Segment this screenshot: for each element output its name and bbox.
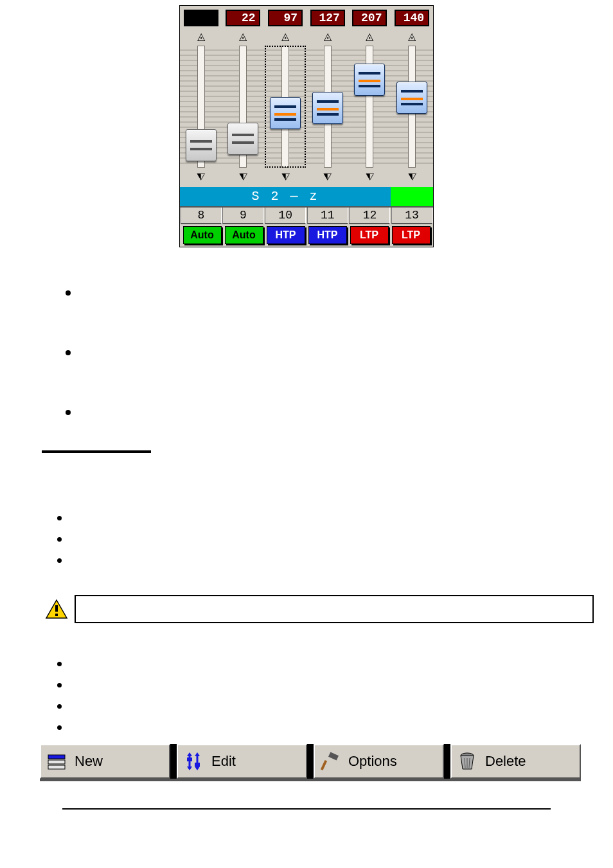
list-item — [70, 531, 613, 547]
fader-channel-number[interactable]: 13 — [391, 208, 432, 224]
new-icon — [46, 751, 67, 772]
svg-marker-12 — [195, 752, 200, 756]
fader-slider[interactable] — [222, 46, 263, 168]
fader-up-arrow-icon[interactable] — [193, 30, 209, 42]
list-item — [80, 402, 613, 421]
fader-slider[interactable] — [181, 46, 222, 168]
warning-box — [75, 595, 594, 623]
fader-down-arrow-icon[interactable] — [235, 172, 251, 183]
fader-knob[interactable] — [396, 82, 427, 114]
fader-value-row: 2297127207140 — [180, 6, 433, 26]
fader-knob[interactable] — [312, 92, 343, 124]
fader-mode-button[interactable]: Auto — [183, 226, 222, 244]
fader-knob[interactable] — [227, 123, 258, 155]
svg-rect-3 — [48, 755, 65, 759]
sliders-icon — [183, 751, 204, 772]
toolbar: New Edit Options — [40, 744, 581, 781]
fader-channel-number[interactable]: 8 — [181, 208, 222, 224]
bullet-list-2 — [51, 509, 613, 568]
svg-rect-1 — [55, 605, 58, 612]
fader-up-arrow-icon[interactable] — [235, 30, 251, 42]
fader-label[interactable]: S 2 — z — [180, 187, 391, 206]
svg-marker-13 — [195, 766, 200, 770]
fader-knob[interactable] — [270, 97, 301, 129]
fader-up-arrow-icon[interactable] — [404, 30, 420, 42]
delete-button[interactable]: Delete — [450, 744, 581, 779]
fader-knob[interactable] — [186, 129, 217, 161]
fader-value-display: 127 — [310, 10, 345, 26]
list-item — [70, 552, 613, 568]
fader-knob[interactable] — [354, 64, 385, 96]
fader-mode-row: AutoAutoHTPHTPLTPLTP — [180, 224, 433, 247]
fader-slider-area — [180, 46, 433, 168]
bullet-list-1 — [61, 283, 613, 421]
fader-value-display: 207 — [352, 10, 387, 26]
warning-icon — [45, 599, 68, 619]
fader-value-display: 22 — [226, 10, 260, 26]
trash-icon — [457, 751, 477, 772]
fader-down-arrow-icon[interactable] — [362, 172, 377, 183]
new-button-label: New — [75, 753, 103, 770]
list-item — [70, 698, 613, 714]
fader-slider[interactable] — [307, 46, 348, 168]
svg-rect-4 — [48, 760, 65, 764]
fader-up-arrow-icon[interactable] — [278, 30, 293, 42]
edit-button-label: Edit — [211, 753, 236, 770]
fader-label-bar: S 2 — z — [180, 187, 433, 206]
svg-marker-9 — [187, 766, 192, 770]
fader-value-display: 140 — [395, 10, 429, 26]
footer-divider — [62, 808, 551, 810]
fader-slider[interactable] — [349, 46, 390, 168]
fader-mode-button[interactable]: LTP — [392, 226, 431, 244]
list-item — [70, 655, 613, 671]
list-item — [70, 677, 613, 693]
options-button-label: Options — [348, 753, 397, 770]
fader-arrow-down-row — [180, 168, 433, 187]
fader-channel-number[interactable]: 10 — [265, 208, 306, 224]
fader-down-arrow-icon[interactable] — [193, 172, 209, 183]
fader-panel: 2297127207140 S 2 — z 8910111213 AutoAut… — [179, 5, 434, 247]
list-item — [80, 283, 613, 301]
svg-rect-15 — [321, 760, 327, 770]
fader-channel-number[interactable]: 11 — [307, 208, 348, 224]
section-divider — [42, 450, 151, 453]
fader-value-display: 97 — [268, 10, 303, 26]
svg-marker-8 — [187, 752, 192, 756]
svg-rect-5 — [48, 765, 65, 769]
fader-down-arrow-icon[interactable] — [278, 172, 293, 183]
fader-slider[interactable] — [391, 46, 432, 168]
fader-down-arrow-icon[interactable] — [404, 172, 420, 183]
toolbar-separator — [170, 744, 177, 779]
fader-channel-row: 8910111213 — [180, 206, 433, 224]
fader-arrow-up-row — [180, 26, 433, 46]
fader-mode-button[interactable]: HTP — [267, 226, 305, 244]
options-button[interactable]: Options — [314, 744, 444, 779]
svg-rect-2 — [55, 614, 58, 616]
fader-mode-button[interactable]: HTP — [308, 226, 347, 244]
warning-row — [45, 595, 613, 623]
fader-down-arrow-icon[interactable] — [320, 172, 335, 183]
fader-channel-number[interactable]: 9 — [222, 208, 263, 224]
list-item — [80, 342, 613, 361]
fader-value-display — [184, 10, 218, 26]
toolbar-separator — [444, 744, 450, 779]
hammer-icon — [320, 751, 341, 772]
svg-rect-14 — [328, 752, 339, 760]
fader-up-arrow-icon[interactable] — [320, 30, 335, 42]
fader-mode-button[interactable]: LTP — [350, 226, 389, 244]
fader-slider[interactable] — [265, 46, 306, 168]
fader-channel-number[interactable]: 12 — [349, 208, 390, 224]
list-item — [70, 719, 613, 735]
toolbar-separator — [307, 744, 314, 779]
fader-mode-button[interactable]: Auto — [225, 226, 263, 244]
new-button[interactable]: New — [40, 744, 170, 779]
edit-button[interactable]: Edit — [177, 744, 307, 779]
bullet-list-3 — [51, 655, 613, 735]
fader-cue-indicator[interactable] — [391, 187, 433, 206]
svg-rect-11 — [195, 763, 200, 766]
list-item — [70, 509, 613, 526]
svg-rect-7 — [187, 757, 192, 761]
delete-button-label: Delete — [485, 753, 526, 770]
fader-up-arrow-icon[interactable] — [362, 30, 377, 42]
